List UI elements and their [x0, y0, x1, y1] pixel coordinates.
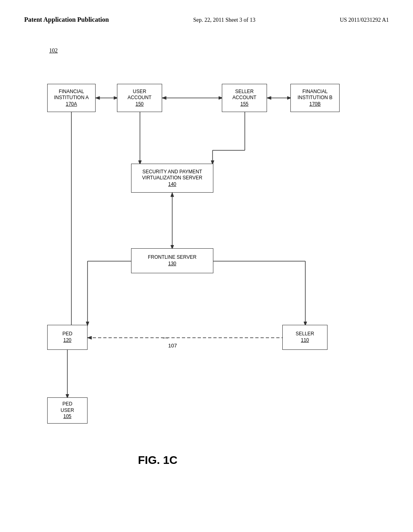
- curve-symbol: ⌒: [162, 337, 169, 345]
- box-financial-a-line1: FINANCIAL: [59, 89, 84, 95]
- box-financial-a: FINANCIAL INSTITUTION A 170A: [47, 84, 96, 112]
- ref-102: 102: [49, 48, 58, 54]
- box-ped: PED 120: [47, 325, 88, 350]
- box-financial-b: FINANCIAL INSTITUTION B 170B: [290, 84, 340, 112]
- box-frontline-server: FRONTLINE SERVER 130: [131, 248, 213, 273]
- box-user-account-line2: ACCOUNT: [127, 95, 151, 101]
- header-right: US 2011/0231292 A1: [340, 17, 389, 23]
- box-ped-user-line1: PED: [63, 401, 73, 407]
- ref-107: 107: [168, 343, 177, 349]
- box-user-account-ref: 150: [136, 101, 144, 108]
- box-ped-user-line2: USER: [60, 407, 74, 414]
- box-seller-ref: 110: [301, 337, 309, 344]
- box-frontline-ref: 130: [168, 261, 176, 267]
- box-financial-b-line1: FINANCIAL: [302, 89, 328, 95]
- box-financial-a-ref: 170A: [66, 101, 77, 108]
- box-ped-ref: 120: [63, 337, 71, 344]
- box-frontline-line1: FRONTLINE SERVER: [148, 254, 196, 261]
- box-seller-account: SELLER ACCOUNT 155: [222, 84, 267, 112]
- box-financial-a-line2: INSTITUTION A: [54, 95, 89, 101]
- box-seller-account-line1: SELLER: [235, 89, 254, 95]
- page-header: Patent Application Publication Sep. 22, …: [0, 0, 413, 23]
- fig-label: FIG. 1C: [138, 454, 177, 467]
- box-seller: SELLER 110: [282, 325, 327, 350]
- box-user-account-line1: USER: [133, 89, 146, 95]
- box-financial-b-ref: 170B: [309, 101, 321, 108]
- box-user-account: USER ACCOUNT 150: [117, 84, 162, 112]
- header-left: Patent Application Publication: [24, 16, 109, 23]
- box-seller-account-line2: ACCOUNT: [232, 95, 256, 101]
- header-center: Sep. 22, 2011 Sheet 3 of 13: [193, 17, 255, 23]
- diagram-area: 102: [25, 35, 388, 499]
- box-financial-b-line2: INSTITUTION B: [298, 95, 333, 101]
- box-ped-user: PED USER 105: [47, 397, 88, 424]
- box-ped-user-ref: 105: [63, 414, 71, 420]
- box-security-line1: SECURITY AND PAYMENT: [142, 169, 202, 175]
- box-security-line2: VIRTUALIZATION SERVER: [142, 175, 202, 181]
- box-ped-line1: PED: [63, 331, 73, 337]
- box-seller-line1: SELLER: [296, 331, 314, 337]
- box-seller-account-ref: 155: [240, 101, 248, 108]
- box-security-ref: 140: [168, 181, 176, 188]
- box-security-server: SECURITY AND PAYMENT VIRTUALIZATION SERV…: [131, 164, 213, 193]
